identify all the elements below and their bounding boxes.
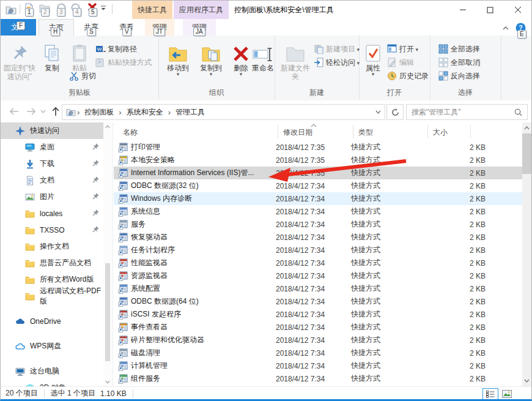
properties-button[interactable]: 属性 bbox=[361, 38, 385, 84]
sidebar-item-icon bbox=[25, 225, 35, 235]
qat-customize-dropdown[interactable] bbox=[100, 2, 109, 16]
address-dropdown[interactable] bbox=[375, 110, 381, 114]
table-row[interactable]: Windows 内存诊断 2018/4/12 7:34 快捷方式 2 KB bbox=[114, 192, 522, 205]
table-row[interactable]: ODBC 数据源(32 位) 2018/4/12 7:34 快捷方式 2 KB bbox=[114, 179, 522, 192]
table-row[interactable]: ODBC 数据源(64 位) 2018/4/12 7:34 快捷方式 2 KB bbox=[114, 295, 522, 308]
ribbon-group-new: 新建文件夹 新建项目 轻松访问 新建 bbox=[275, 36, 360, 100]
column-header-name[interactable]: 名称 bbox=[123, 127, 138, 138]
scroll-up-icon[interactable] bbox=[105, 125, 110, 129]
new-item-button[interactable]: 新建项目 bbox=[314, 43, 360, 55]
refresh-button[interactable] bbox=[386, 104, 404, 120]
forward-icon bbox=[26, 107, 36, 116]
sidebar-scroll-thumb[interactable] bbox=[105, 263, 110, 361]
sidebar-item[interactable]: 桌面 bbox=[1, 139, 103, 156]
contextual-tab-header-shortcut-tools[interactable]: 快捷工具 bbox=[132, 1, 172, 19]
paste-shortcut-button[interactable]: 粘贴快捷方式 bbox=[95, 56, 152, 69]
table-row[interactable]: 碎片整理和优化驱动器 2018/4/12 7:34 快捷方式 2 KB bbox=[114, 334, 522, 347]
minimize-button[interactable] bbox=[449, 1, 476, 19]
table-row[interactable]: 磁盘清理 2018/4/12 7:34 快捷方式 2 KB bbox=[114, 347, 522, 359]
sidebar-item[interactable]: locales bbox=[1, 205, 103, 222]
sidebar-item[interactable]: 这台电脑 bbox=[1, 363, 103, 380]
copy-path-button[interactable]: W 复制路径 bbox=[95, 43, 137, 55]
table-row[interactable]: 恢复驱动器 2018/4/12 7:34 快捷方式 2 KB bbox=[114, 231, 522, 244]
keytip-file: F bbox=[17, 21, 25, 30]
new-item-icon bbox=[314, 44, 323, 54]
back-button[interactable] bbox=[7, 105, 21, 118]
sidebar-item[interactable]: 图片 bbox=[1, 189, 103, 205]
cut-button[interactable]: 剪切 bbox=[69, 70, 96, 82]
sidebar-item[interactable]: 文档 bbox=[1, 172, 103, 189]
sidebar-item-label: 图片 bbox=[40, 192, 54, 202]
recent-locations-dropdown[interactable] bbox=[39, 105, 47, 118]
table-row[interactable]: 服务 2018/4/12 7:34 快捷方式 2 KB bbox=[114, 218, 522, 231]
maximize-button[interactable] bbox=[476, 1, 504, 19]
cell-type: 快捷方式 bbox=[351, 335, 426, 345]
sidebar-item[interactable]: 思普云产品文档 bbox=[1, 255, 103, 271]
delete-button[interactable]: 删除 bbox=[229, 38, 253, 84]
sidebar-item-label: 操作文档 bbox=[40, 241, 69, 252]
table-row[interactable]: iSCSI 发起程序 2018/4/12 7:34 快捷方式 2 KB bbox=[114, 308, 522, 321]
forward-button[interactable] bbox=[24, 105, 39, 118]
up-button[interactable] bbox=[48, 105, 63, 118]
sidebar-item[interactable]: OneDrive bbox=[1, 313, 103, 329]
sidebar-item[interactable]: 3D 对象 bbox=[1, 380, 103, 386]
scroll-up-icon[interactable] bbox=[524, 126, 530, 130]
breadcrumb-item-admin-tools[interactable]: 管理工具 bbox=[172, 107, 209, 118]
edit-button[interactable]: 编辑 bbox=[387, 56, 414, 69]
table-row[interactable]: 系统配置 2018/4/12 7:34 快捷方式 2 KB bbox=[114, 282, 522, 295]
contextual-tab-header-app-tools[interactable]: 应用程序工具 bbox=[174, 1, 229, 19]
details-view-button[interactable] bbox=[482, 388, 498, 400]
table-row[interactable]: 性能监视器 2018/4/12 7:34 快捷方式 2 KB bbox=[114, 257, 522, 269]
easy-access-button[interactable]: 轻松访问 bbox=[314, 56, 360, 69]
column-header-size[interactable]: 大小 bbox=[433, 127, 448, 138]
keytip-1: 1 bbox=[25, 8, 34, 17]
rename-button[interactable]: 重命名 bbox=[251, 38, 275, 84]
table-row[interactable]: 本地安全策略 2018/4/12 7:35 快捷方式 2 KB bbox=[114, 154, 522, 167]
breadcrumb[interactable]: › 控制面板 › 系统和安全 › 管理工具 bbox=[62, 104, 385, 120]
table-row[interactable]: 任务计划程序 2018/4/12 7:34 快捷方式 2 KB bbox=[114, 244, 522, 257]
main-area: 快速访问 桌面 下载 文档 bbox=[1, 122, 531, 386]
sidebar-item[interactable]: 远程调试文档-PDF版 bbox=[1, 288, 103, 304]
scroll-thumb[interactable] bbox=[522, 133, 531, 174]
history-button[interactable]: 历史记录 bbox=[387, 70, 429, 82]
column-header-type[interactable]: 类型 bbox=[358, 127, 373, 138]
invert-selection-button[interactable]: 反向选择 bbox=[438, 70, 480, 82]
table-row[interactable]: 资源监视器 2018/4/12 7:34 快捷方式 2 KB bbox=[114, 269, 522, 282]
copy-button[interactable]: 复制 bbox=[39, 38, 65, 84]
search-box[interactable]: 搜索"管理工具" bbox=[406, 104, 528, 120]
table-row[interactable]: 系统信息 2018/4/12 7:34 快捷方式 2 KB bbox=[114, 205, 522, 218]
open-window-icon bbox=[387, 44, 397, 53]
details-view-icon bbox=[486, 391, 495, 398]
keytip-manage-shortcut: JT bbox=[153, 28, 165, 36]
new-folder-button[interactable]: 新建文件夹 bbox=[279, 38, 311, 84]
cell-date: 2018/4/12 7:34 bbox=[276, 375, 351, 383]
pin-to-quick-access-button[interactable]: 固定到"快速访问" bbox=[2, 38, 37, 84]
scroll-down-icon[interactable] bbox=[105, 380, 110, 384]
table-row[interactable]: 计算机管理 2018/4/12 7:34 快捷方式 2 KB bbox=[114, 359, 522, 372]
table-row[interactable]: 组件服务 2018/4/12 7:34 快捷方式 2 KB bbox=[114, 372, 522, 385]
file-shortcut-icon bbox=[118, 374, 128, 384]
sidebar-item[interactable]: WPS网盘 bbox=[1, 338, 103, 354]
thumbnail-view-button[interactable] bbox=[499, 388, 515, 400]
sidebar-item[interactable]: 快速访问 bbox=[1, 122, 103, 139]
table-row[interactable]: 事件查看器 2018/4/12 7:34 快捷方式 2 KB bbox=[114, 321, 522, 334]
close-button[interactable] bbox=[504, 1, 531, 19]
move-to-button[interactable]: 移动到 bbox=[162, 38, 194, 84]
file-shortcut-icon bbox=[118, 310, 128, 320]
collapse-ribbon-icon[interactable] bbox=[502, 24, 509, 32]
select-all-button[interactable]: 全部选择 bbox=[438, 43, 480, 55]
file-list-scrollbar[interactable] bbox=[522, 122, 531, 386]
table-row[interactable]: Internet Information Services (IIS)管... … bbox=[114, 167, 522, 179]
sidebar-item[interactable]: TXSSO bbox=[1, 222, 103, 238]
open-button[interactable]: 打开 bbox=[387, 43, 418, 55]
breadcrumb-item-system-security[interactable]: 系统和安全 bbox=[123, 107, 167, 118]
table-row[interactable]: 打印管理 2018/4/12 7:35 快捷方式 2 KB bbox=[114, 141, 522, 154]
copy-to-button[interactable]: 复制到 bbox=[195, 38, 227, 84]
sidebar-item[interactable]: 操作文档 bbox=[1, 238, 103, 255]
breadcrumb-item-control-panel[interactable]: 控制面板 bbox=[81, 107, 117, 118]
column-header-date[interactable]: 修改日期 bbox=[283, 127, 312, 138]
sidebar-item[interactable]: 下载 bbox=[1, 156, 103, 172]
sidebar-scrollbar[interactable] bbox=[103, 122, 112, 386]
select-none-button[interactable]: 全部取消 bbox=[438, 56, 480, 69]
scroll-down-icon[interactable] bbox=[524, 379, 530, 383]
